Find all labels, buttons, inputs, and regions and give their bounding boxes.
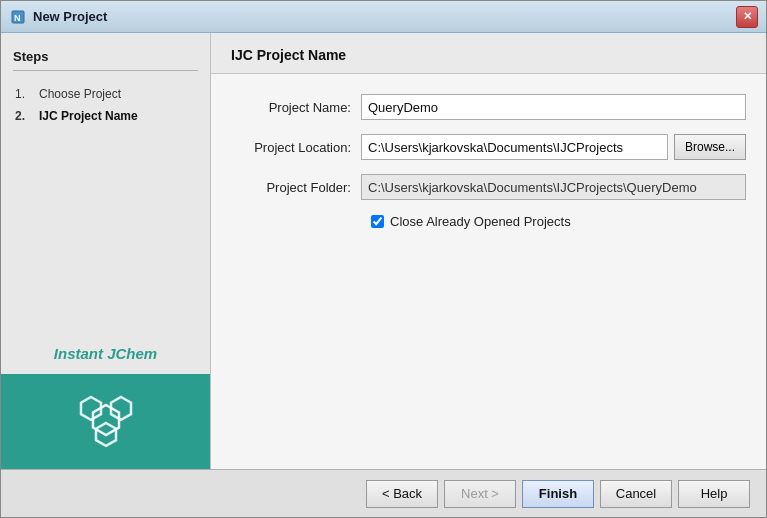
footer-bar: < Back Next > Finish Cancel Help: [1, 469, 766, 517]
svg-text:N: N: [14, 13, 21, 23]
project-folder-input: [361, 174, 746, 200]
content-area: Steps 1. Choose Project 2. IJC Project N…: [1, 33, 766, 469]
browse-button[interactable]: Browse...: [674, 134, 746, 160]
project-folder-row: Project Folder:: [231, 174, 746, 200]
panel-title: IJC Project Name: [231, 47, 746, 63]
sidebar-item-ijc-project-name[interactable]: 2. IJC Project Name: [13, 105, 198, 127]
steps-title: Steps: [13, 49, 198, 71]
sidebar-logo: [1, 374, 210, 469]
sidebar-item-choose-project[interactable]: 1. Choose Project: [13, 83, 198, 105]
sidebar: Steps 1. Choose Project 2. IJC Project N…: [1, 33, 211, 469]
close-projects-checkbox[interactable]: [371, 215, 384, 228]
title-bar: N New Project ✕: [1, 1, 766, 33]
step-2-num: 2.: [15, 109, 33, 123]
project-location-row: Project Location: Browse...: [231, 134, 746, 160]
project-location-label: Project Location:: [231, 140, 361, 155]
help-button[interactable]: Help: [678, 480, 750, 508]
finish-button[interactable]: Finish: [522, 480, 594, 508]
close-projects-label[interactable]: Close Already Opened Projects: [390, 214, 571, 229]
project-location-input[interactable]: [361, 134, 668, 160]
new-project-dialog: N New Project ✕ Steps 1. Choose Project …: [0, 0, 767, 518]
sidebar-steps: Steps 1. Choose Project 2. IJC Project N…: [1, 33, 210, 329]
step-2-label: IJC Project Name: [39, 109, 138, 123]
next-button[interactable]: Next >: [444, 480, 516, 508]
back-button[interactable]: < Back: [366, 480, 438, 508]
main-body: Project Name: Project Location: Browse..…: [211, 74, 766, 469]
project-name-row: Project Name:: [231, 94, 746, 120]
project-name-input[interactable]: [361, 94, 746, 120]
cancel-button[interactable]: Cancel: [600, 480, 672, 508]
main-header: IJC Project Name: [211, 33, 766, 74]
project-name-label: Project Name:: [231, 100, 361, 115]
close-button[interactable]: ✕: [736, 6, 758, 28]
project-folder-label: Project Folder:: [231, 180, 361, 195]
dialog-title: New Project: [33, 9, 736, 24]
brand-name: Instant JChem: [1, 329, 210, 374]
checkbox-row: Close Already Opened Projects: [371, 214, 746, 229]
dialog-icon: N: [9, 8, 27, 26]
main-panel: IJC Project Name Project Name: Project L…: [211, 33, 766, 469]
step-1-num: 1.: [15, 87, 33, 101]
step-1-label: Choose Project: [39, 87, 121, 101]
